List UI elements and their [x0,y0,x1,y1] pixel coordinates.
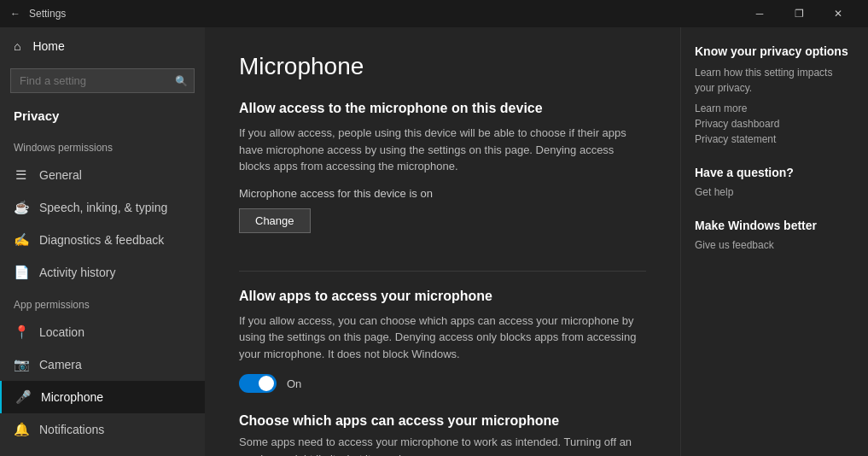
privacy-options-desc: Learn how this setting impacts your priv… [695,65,854,96]
app-permissions-label: App permissions [0,289,205,316]
privacy-statement-link[interactable]: Privacy statement [695,133,854,145]
sidebar-home-label: Home [32,39,64,53]
notifications-icon: 🔔 [14,422,27,437]
back-button[interactable]: ← [10,8,20,20]
apps-toggle-row: On [239,374,646,393]
apps-toggle-label: On [287,377,301,390]
section1-heading: Allow access to the microphone on this d… [239,101,646,116]
windows-better-section: Make Windows better Give us feedback [695,219,854,251]
titlebar: ← Settings ─ ❐ ✕ [0,0,868,27]
privacy-dashboard-link[interactable]: Privacy dashboard [695,118,854,130]
question-title: Have a question? [695,166,854,179]
search-input[interactable] [10,68,195,93]
device-status-text: Microphone access for this device is on [239,187,646,200]
sidebar-search: 🔍 [10,68,195,93]
sidebar-item-label: General [39,168,82,182]
learn-more-link[interactable]: Learn more [695,102,854,114]
sidebar-item-label: Camera [39,358,82,371]
sidebar: ⌂ Home 🔍 Privacy Windows permissions ☰ G… [0,27,205,456]
speech-icon: ☕ [14,200,27,215]
location-icon: 📍 [14,324,27,340]
sidebar-item-label: Notifications [39,423,104,436]
home-icon: ⌂ [14,39,20,53]
titlebar-title: Settings [29,8,740,20]
section-divider [239,271,646,272]
main-content: Microphone Allow access to the microphon… [205,27,680,456]
restore-button[interactable]: ❐ [779,0,818,27]
camera-icon: 📷 [14,357,27,372]
sidebar-item-speech[interactable]: ☕ Speech, inking, & typing [0,191,205,224]
minimize-button[interactable]: ─ [740,0,779,27]
privacy-options-title: Know your privacy options [695,44,854,58]
right-panel: Know your privacy options Learn how this… [680,27,868,456]
diagnostics-icon: ✍ [14,232,27,248]
feedback-link[interactable]: Give us feedback [695,239,854,251]
get-help-link[interactable]: Get help [695,186,854,198]
windows-permissions-label: Windows permissions [0,132,205,159]
sidebar-item-location[interactable]: 📍 Location [0,316,205,348]
sidebar-item-microphone[interactable]: 🎤 Microphone [0,381,205,413]
sidebar-item-label: Diagnostics & feedback [39,233,164,247]
privacy-options-section: Know your privacy options Learn how this… [695,44,854,145]
windows-better-title: Make Windows better [695,219,854,232]
activity-icon: 📄 [14,265,27,280]
sidebar-item-label: Activity history [39,266,115,279]
privacy-label: Privacy [0,102,205,132]
app-body: ⌂ Home 🔍 Privacy Windows permissions ☰ G… [0,27,868,456]
microphone-icon: 🎤 [15,389,29,405]
sidebar-item-home[interactable]: ⌂ Home [0,27,205,65]
sidebar-item-activity[interactable]: 📄 Activity history [0,256,205,289]
section2-description: If you allow access, you can choose whic… [239,313,646,363]
question-section: Have a question? Get help [695,166,854,198]
section1-description: If you allow access, people using this d… [239,125,646,175]
sidebar-item-camera[interactable]: 📷 Camera [0,348,205,381]
sidebar-item-label: Speech, inking, & typing [39,201,167,214]
change-button[interactable]: Change [239,208,311,233]
sidebar-item-notifications[interactable]: 🔔 Notifications [0,413,205,446]
sidebar-item-label: Location [39,325,84,339]
apps-access-toggle[interactable] [239,374,277,393]
section2-heading: Allow apps to access your microphone [239,289,646,304]
section3-description: Some apps need to access your microphone… [239,434,646,456]
search-icon: 🔍 [175,75,188,87]
sidebar-item-general[interactable]: ☰ General [0,159,205,191]
sidebar-item-label: Microphone [41,390,103,404]
sidebar-item-diagnostics[interactable]: ✍ Diagnostics & feedback [0,224,205,256]
page-title: Microphone [239,53,646,80]
general-icon: ☰ [14,167,27,183]
close-button[interactable]: ✕ [818,0,858,27]
window-controls: ─ ❐ ✕ [740,0,858,27]
toggle-knob [259,376,274,391]
section3-heading: Choose which apps can access your microp… [239,413,646,429]
